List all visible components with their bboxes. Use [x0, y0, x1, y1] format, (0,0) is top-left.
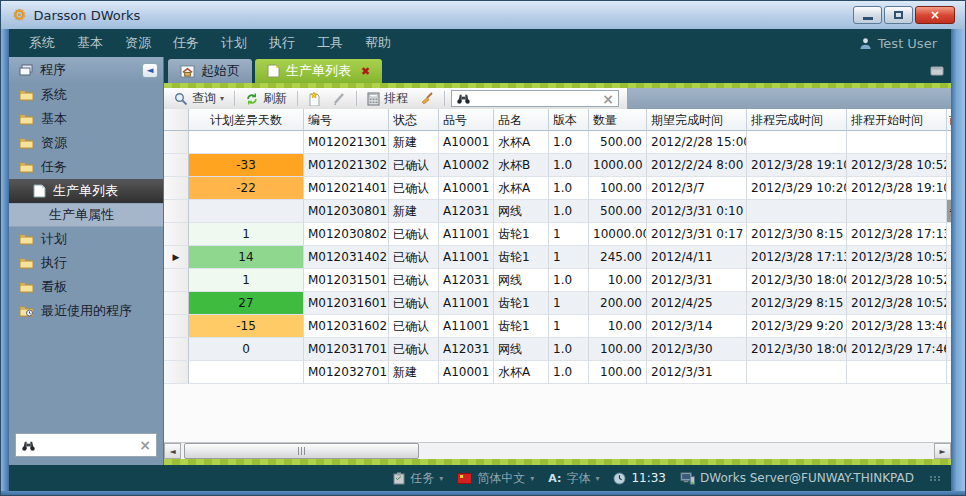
toolbar-search-clear-icon[interactable]: × [602, 92, 614, 106]
cell-extra[interactable] [947, 338, 951, 361]
tab-production-order-list[interactable]: 生产单列表 ✖ [255, 59, 382, 83]
close-button[interactable]: × [915, 6, 955, 24]
cell-extra[interactable] [947, 292, 951, 315]
row-selector[interactable] [164, 200, 189, 223]
cell-code[interactable]: M012031402 [304, 246, 389, 269]
cell-expect[interactable]: 2012/3/31 [647, 269, 747, 292]
cell-expect[interactable]: 2012/2/24 8:00 [647, 154, 747, 177]
cell-code[interactable]: M012031501 [304, 269, 389, 292]
cell-extra[interactable]: # [947, 200, 951, 223]
sidebar-item-resource[interactable]: 资源 [9, 131, 163, 155]
menu-help[interactable]: 帮助 [365, 34, 391, 52]
cell-expect[interactable]: 2012/4/11 [647, 246, 747, 269]
table-row[interactable]: M012032701新建A10001水杯A1.0100.002012/3/31 [164, 361, 951, 384]
cell-item_no[interactable]: A10001 [439, 131, 494, 154]
cell-version[interactable]: 1.0 [549, 269, 589, 292]
cell-sched_start[interactable]: 2012/3/28 10:52 [847, 246, 947, 269]
table-row[interactable]: M012030801新建A12031网线1.0500.002012/3/31 0… [164, 200, 951, 223]
menu-plan[interactable]: 计划 [221, 34, 247, 52]
cell-item_no[interactable]: A12031 [439, 200, 494, 223]
cell-qty[interactable]: 500.00 [589, 200, 647, 223]
cell-expect[interactable]: 2012/2/28 15:00 [647, 131, 747, 154]
scrollbar-thumb[interactable] [184, 443, 419, 459]
status-font-menu[interactable]: A: 字体 ▾ [548, 470, 599, 487]
cell-item_no[interactable]: A12031 [439, 338, 494, 361]
cell-diff[interactable]: -22 [189, 177, 304, 200]
cell-item_name[interactable]: 齿轮1 [494, 223, 549, 246]
row-selector[interactable] [164, 361, 189, 384]
cell-sched_start[interactable]: 2012/3/28 10:52 [847, 292, 947, 315]
cell-sched_start[interactable] [847, 361, 947, 384]
title-bar[interactable]: ⚙ Darsson DWorks × [1, 1, 965, 29]
cell-status[interactable]: 已确认 [389, 223, 439, 246]
table-row[interactable]: 27M012031601已确认A11001齿轮11200.002012/4/25… [164, 292, 951, 315]
cell-qty[interactable]: 100.00 [589, 338, 647, 361]
cell-diff[interactable]: 1 [189, 269, 304, 292]
refresh-button[interactable]: 刷新 [241, 89, 291, 108]
cell-item_name[interactable]: 网线 [494, 338, 549, 361]
horizontal-scrollbar[interactable]: ◄ ► [164, 442, 951, 459]
row-selector[interactable]: ▶ [164, 246, 189, 269]
table-row[interactable]: 1M012031501已确认A12031网线1.010.002012/3/312… [164, 269, 951, 292]
cell-status[interactable]: 已确认 [389, 315, 439, 338]
cell-version[interactable]: 1 [549, 292, 589, 315]
cell-sched_start[interactable]: 2012/3/28 17:13 [847, 223, 947, 246]
minimize-button[interactable] [853, 6, 882, 24]
cell-item_name[interactable]: 水杯B [494, 154, 549, 177]
user-badge[interactable]: Test User [859, 36, 937, 51]
row-selector[interactable] [164, 292, 189, 315]
cell-version[interactable]: 1.0 [549, 200, 589, 223]
column-header[interactable]: 排程完成时间 [747, 109, 847, 131]
cell-item_no[interactable]: A12031 [439, 269, 494, 292]
cell-qty[interactable]: 200.00 [589, 292, 647, 315]
cell-sched_start[interactable] [847, 200, 947, 223]
cell-sched_start[interactable]: 2012/3/29 17:46 [847, 338, 947, 361]
cell-code[interactable]: M012031601 [304, 292, 389, 315]
cell-code[interactable]: M012021301 [304, 131, 389, 154]
cell-status[interactable]: 已确认 [389, 177, 439, 200]
cell-sched_end[interactable]: 2012/3/28 17:13 [747, 246, 847, 269]
table-row[interactable]: 1M012030802已确认A11001齿轮1110000.002012/3/3… [164, 223, 951, 246]
row-selector[interactable] [164, 154, 189, 177]
row-selector[interactable] [164, 269, 189, 292]
sidebar-search-clear-icon[interactable]: × [139, 438, 151, 452]
cell-diff[interactable] [189, 131, 304, 154]
cell-diff[interactable]: 0 [189, 338, 304, 361]
cell-sched_end[interactable]: 2012/3/30 18:00 [747, 338, 847, 361]
cell-diff[interactable] [189, 200, 304, 223]
clean-button[interactable] [416, 91, 438, 106]
cell-sched_end[interactable] [747, 361, 847, 384]
table-row[interactable]: -15M012031602已确认A11001齿轮1110.002012/3/14… [164, 315, 951, 338]
scroll-right-icon[interactable]: ► [934, 443, 951, 459]
cell-item_no[interactable]: A11001 [439, 315, 494, 338]
cell-qty[interactable]: 100.00 [589, 177, 647, 200]
cell-sched_end[interactable]: 2012/3/30 18:00 [747, 269, 847, 292]
status-task-menu[interactable]: 任务 ▾ [393, 470, 443, 487]
menu-basic[interactable]: 基本 [77, 34, 103, 52]
sidebar-item-production-order-list[interactable]: 生产单列表 [9, 179, 163, 203]
cell-diff[interactable]: -33 [189, 154, 304, 177]
cell-version[interactable]: 1.0 [549, 361, 589, 384]
cell-expect[interactable]: 2012/4/25 [647, 292, 747, 315]
cell-version[interactable]: 1.0 [549, 338, 589, 361]
cell-status[interactable]: 新建 [389, 200, 439, 223]
column-header[interactable]: 编号 [304, 109, 389, 131]
grid-corner[interactable] [164, 109, 189, 131]
cell-status[interactable]: 已确认 [389, 292, 439, 315]
cell-version[interactable]: 1.0 [549, 131, 589, 154]
cell-status[interactable]: 新建 [389, 131, 439, 154]
column-header[interactable]: 前 [947, 109, 951, 131]
cell-qty[interactable]: 10.00 [589, 269, 647, 292]
column-header[interactable]: 期望完成时间 [647, 109, 747, 131]
column-header[interactable]: 品号 [439, 109, 494, 131]
sidebar-item-system[interactable]: 系统 [9, 83, 163, 107]
cell-diff[interactable]: 14 [189, 246, 304, 269]
maximize-button[interactable] [884, 6, 913, 24]
cell-code[interactable]: M012032701 [304, 361, 389, 384]
cell-item_name[interactable]: 网线 [494, 200, 549, 223]
cell-item_no[interactable]: A11001 [439, 246, 494, 269]
sidebar-item-production-order-props[interactable]: 生产单属性 [9, 203, 163, 227]
cell-diff[interactable]: 27 [189, 292, 304, 315]
sidebar-item-task[interactable]: 任务 [9, 155, 163, 179]
column-header[interactable]: 排程开始时间 [847, 109, 947, 131]
